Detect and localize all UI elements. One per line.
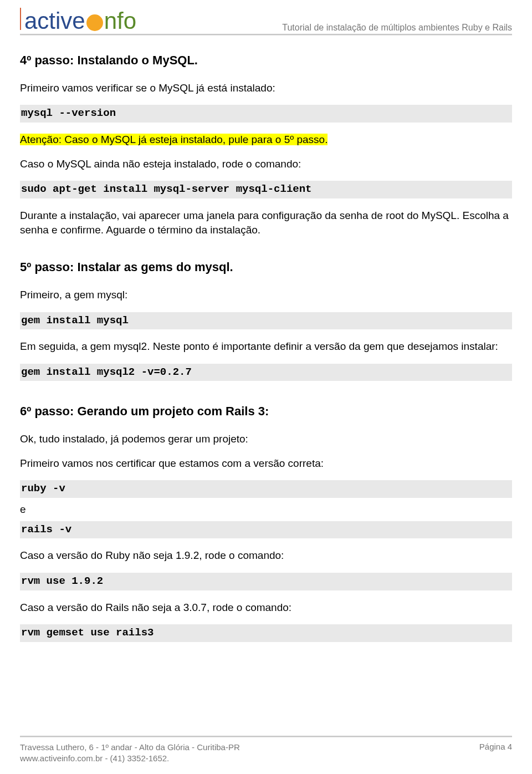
step5-heading: 5º passo: Instalar as gems do mysql. <box>20 259 512 276</box>
logo-separator-icon <box>20 8 21 30</box>
footer-address: Travessa Luthero, 6 - 1º andar - Alto da… <box>20 742 240 753</box>
step6-p2: Primeiro vamos nos certificar que estamo… <box>20 456 512 471</box>
code-mysql-version: mysql --version <box>20 105 512 123</box>
code-gem-mysql: gem install mysql <box>20 312 512 330</box>
document-content: 4º passo: Instalando o MySQL. Primeiro v… <box>20 52 512 642</box>
step4-p3: Durante a instalação, vai aparecer uma j… <box>20 208 512 237</box>
code-apt-install: sudo apt-get install mysql-server mysql-… <box>20 181 512 198</box>
code-rvm-gemset: rvm gemset use rails3 <box>20 624 512 642</box>
code-ruby-v: ruby -v <box>20 480 512 498</box>
step6-p4: Caso a versão do Rails não seja a 3.0.7,… <box>20 600 512 615</box>
footer: Travessa Luthero, 6 - 1º andar - Alto da… <box>20 736 512 765</box>
step5-p1: Primeiro, a gem mysql: <box>20 288 512 302</box>
attention-highlight: Atenção: Caso o MySQL já esteja instalad… <box>20 134 328 145</box>
page-number: Página 4 <box>479 742 512 765</box>
logo-text-active: active <box>24 9 85 33</box>
logo-text-info: nfo <box>104 9 136 33</box>
step6-e: e <box>20 502 512 517</box>
step6-p1: Ok, tudo instalado, já podemos gerar um … <box>20 432 512 446</box>
step6-heading: 6º passo: Gerando um projeto com Rails 3… <box>20 403 512 420</box>
footer-contact: www.activeinfo.com.br - (41) 3352-1652. <box>20 753 240 764</box>
logo-dot-icon <box>86 14 103 31</box>
step5-p2: Em seguida, a gem mysql2. Neste ponto é … <box>20 339 512 354</box>
step4-p2: Caso o MySQL ainda não esteja instalado,… <box>20 157 512 171</box>
step4-intro: Primeiro vamos verificar se o MySQL já e… <box>20 81 512 95</box>
tutorial-title: Tutorial de instalação de múltiplos ambi… <box>282 23 512 33</box>
step4-heading: 4º passo: Instalando o MySQL. <box>20 52 512 69</box>
header-rule <box>20 34 512 35</box>
code-rails-v: rails -v <box>20 521 512 539</box>
code-gem-mysql2: gem install mysql2 -v=0.2.7 <box>20 364 512 381</box>
company-logo: active nfo <box>20 7 136 33</box>
footer-rule <box>20 736 512 737</box>
step6-p3: Caso a versão do Ruby não seja 1.9.2, ro… <box>20 548 512 563</box>
code-rvm-use: rvm use 1.9.2 <box>20 573 512 590</box>
